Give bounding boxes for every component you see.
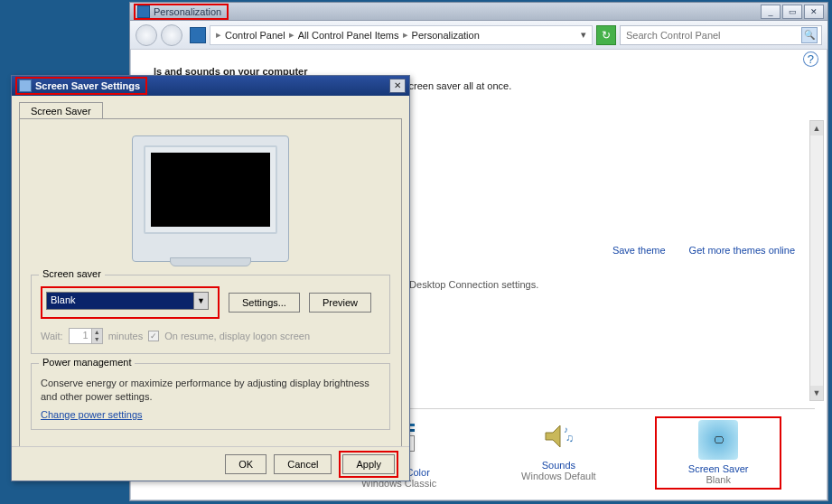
- combo-highlight: Blank ▼: [41, 286, 220, 319]
- spin-up-icon[interactable]: ▲: [91, 329, 102, 336]
- power-legend: Power management: [39, 357, 135, 368]
- back-button[interactable]: [136, 24, 157, 46]
- chevron-down-icon[interactable]: ▼: [194, 292, 209, 310]
- dialog-close-button[interactable]: ✕: [389, 79, 406, 93]
- combo-value: Blank: [46, 292, 194, 310]
- power-group: Power management Conserve energy or maxi…: [31, 363, 390, 430]
- app-icon: [137, 5, 150, 18]
- refresh-button[interactable]: ↻: [596, 25, 616, 45]
- resume-checkbox[interactable]: ✓: [148, 331, 159, 341]
- search-box[interactable]: 🔍: [620, 25, 822, 45]
- apply-button[interactable]: Apply: [342, 454, 395, 474]
- crumb-1[interactable]: Control Panel: [225, 30, 285, 41]
- settings-button[interactable]: Settings...: [229, 293, 300, 313]
- wait-spinner[interactable]: 1 ▲ ▼: [69, 328, 103, 344]
- screen-saver-icon: 🖵: [698, 420, 738, 460]
- wait-value: 1: [70, 329, 91, 343]
- crumb-2[interactable]: All Control Panel Items: [298, 30, 399, 41]
- screen-saver-group: Screen saver Blank ▼ Settings... Preview…: [31, 275, 390, 354]
- forward-button[interactable]: [161, 24, 182, 46]
- title-highlight: Personalization: [134, 4, 229, 20]
- spin-down-icon[interactable]: ▼: [91, 336, 102, 343]
- more-themes-link[interactable]: Get more themes online: [689, 245, 795, 256]
- dialog-icon: [19, 79, 32, 92]
- screen-saver-title: Screen Saver: [660, 463, 776, 474]
- power-text: Conserve energy or maximize performance …: [41, 377, 380, 404]
- wait-label: Wait:: [41, 331, 63, 341]
- wait-row: Wait: 1 ▲ ▼ minutes ✓ On resume, display…: [41, 328, 380, 344]
- save-theme-link[interactable]: Save theme: [612, 245, 666, 256]
- dialog-footer: OK Cancel Apply: [12, 446, 409, 481]
- nav-toolbar: ▸ Control Panel ▸ All Control Panel Item…: [130, 21, 827, 50]
- screen-saver-sub: Blank: [660, 474, 776, 485]
- location-icon: [190, 27, 206, 43]
- window-controls: _ ▭ ✕: [761, 5, 824, 19]
- crumb-3[interactable]: Personalization: [412, 30, 480, 41]
- sounds-icon: ♪♫: [538, 416, 578, 456]
- window-title: Personalization: [154, 6, 221, 17]
- apply-highlight: Apply: [339, 451, 398, 478]
- svg-text:♫: ♫: [566, 432, 574, 444]
- preview-monitor: [132, 135, 289, 262]
- search-input[interactable]: [624, 29, 798, 42]
- close-button[interactable]: ✕: [804, 5, 824, 19]
- preview-screen: [151, 153, 270, 227]
- dialog-titlebar[interactable]: Screen Saver Settings ✕: [12, 76, 409, 96]
- help-icon[interactable]: ?: [803, 51, 818, 67]
- screen-saver-legend: Screen saver: [39, 268, 105, 279]
- screen-saver-item[interactable]: 🖵 Screen Saver Blank: [655, 416, 781, 490]
- sounds-sub: Windows Default: [495, 471, 622, 481]
- scroll-up-icon[interactable]: ▲: [810, 121, 823, 135]
- screen-saver-combo[interactable]: Blank ▼: [46, 292, 209, 310]
- wait-unit: minutes: [108, 331, 144, 341]
- titlebar[interactable]: Personalization _ ▭ ✕: [130, 3, 827, 21]
- svg-marker-0: [546, 425, 560, 447]
- vertical-scrollbar[interactable]: ▲ ▼: [809, 120, 824, 401]
- ok-button[interactable]: OK: [225, 454, 266, 474]
- resume-label: On resume, display logon screen: [164, 331, 310, 341]
- cancel-button[interactable]: Cancel: [274, 454, 332, 474]
- search-icon[interactable]: 🔍: [801, 27, 818, 43]
- change-power-link[interactable]: Change power settings: [41, 409, 143, 420]
- preview-button[interactable]: Preview: [309, 293, 371, 313]
- dialog-title: Screen Saver Settings: [35, 80, 140, 91]
- tab-screen-saver[interactable]: Screen Saver: [19, 102, 103, 119]
- dialog-body: Screen saver Blank ▼ Settings... Preview…: [19, 118, 402, 458]
- scroll-down-icon[interactable]: ▼: [810, 386, 823, 400]
- dialog-title-highlight: Screen Saver Settings: [15, 77, 147, 95]
- sounds-title: Sounds: [495, 460, 622, 471]
- breadcrumb[interactable]: ▸ Control Panel ▸ All Control Panel Item…: [210, 25, 593, 45]
- sounds-item[interactable]: ♪♫ Sounds Windows Default: [495, 416, 622, 490]
- screen-saver-dialog: Screen Saver Settings ✕ Screen Saver Scr…: [11, 75, 410, 481]
- maximize-button[interactable]: ▭: [782, 5, 802, 19]
- minimize-button[interactable]: _: [761, 5, 781, 19]
